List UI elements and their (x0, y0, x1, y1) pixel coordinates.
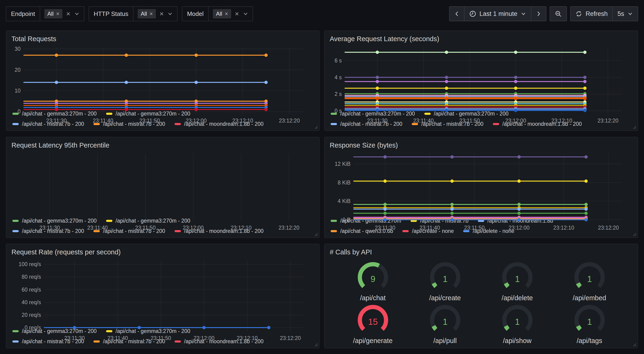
time-controls: Last 1 minute (449, 6, 638, 21)
filter-selected-chip[interactable]: All × (44, 9, 62, 19)
filter-value-area[interactable]: All × × (209, 9, 252, 19)
timeseries-chart[interactable]: 23:11:3023:11:4023:11:5023:12:0023:12:10… (330, 151, 632, 215)
chevron-down-icon (520, 11, 526, 17)
panel-resize-handle[interactable] (314, 232, 318, 236)
panel-resize-handle[interactable] (632, 125, 636, 129)
chevron-down-icon[interactable] (74, 11, 80, 17)
svg-text:23:11:50: 23:11:50 (464, 225, 485, 231)
svg-text:4 KiB: 4 KiB (338, 198, 350, 204)
svg-text:23:12:20: 23:12:20 (280, 335, 301, 341)
time-shift-back-button[interactable] (450, 7, 464, 21)
filter-clear-icon[interactable]: × (160, 10, 164, 17)
panel-title[interactable]: Total Requests (12, 35, 56, 43)
svg-text:23:12:00: 23:12:00 (505, 118, 526, 124)
filter-clear-icon[interactable]: × (235, 10, 239, 17)
gauge-label: /api/chat (360, 294, 386, 302)
panel-resize-handle[interactable] (314, 343, 318, 346)
svg-text:60 req/s: 60 req/s (22, 287, 41, 293)
svg-text:12 KiB: 12 KiB (334, 161, 350, 167)
gauge-label: /api/tags (577, 337, 602, 345)
panel-total-requests: Total Requests 23:11:3023:11:4023:11:502… (6, 30, 320, 131)
refresh-label: Refresh (586, 10, 608, 18)
svg-text:23:12:20: 23:12:20 (598, 225, 619, 231)
timeseries-chart[interactable]: 23:11:3023:11:4023:11:5023:12:0023:12:10… (12, 151, 314, 215)
timeseries-chart[interactable]: 23:11:3023:11:4023:11:5023:12:0023:12:10… (330, 45, 632, 108)
gauge-grid: 9/api/chat1/api/create1/api/delete1/api/… (330, 258, 632, 347)
gauge-label: /api/embed (573, 294, 606, 302)
timeseries-chart[interactable]: 23:11:3023:11:4023:11:5023:12:0023:12:10… (12, 258, 314, 326)
filter-clear-icon[interactable]: × (66, 10, 70, 17)
svg-text:23:12:10: 23:12:10 (231, 225, 252, 231)
svg-text:23:12:00: 23:12:00 (183, 225, 204, 231)
gauge: 9/api/chat (351, 259, 395, 302)
svg-text:6 s: 6 s (334, 58, 342, 64)
zoom-out-button[interactable] (550, 6, 567, 21)
filter-label: HTTP Status (89, 10, 133, 18)
svg-text:23:12:00: 23:12:00 (194, 335, 214, 341)
gauge-value: 15 (368, 317, 378, 327)
gauge-value: 1 (515, 274, 520, 284)
svg-text:0 req/s: 0 req/s (24, 324, 41, 331)
panel-title[interactable]: Response Size (bytes) (330, 141, 398, 149)
chevron-down-icon[interactable] (243, 11, 248, 17)
panel-resize-handle[interactable] (632, 232, 636, 236)
svg-text:23:11:30: 23:11:30 (367, 118, 388, 124)
panel-title[interactable]: # Calls by API (330, 248, 372, 256)
gauge-label: /api/delete (502, 294, 533, 302)
svg-text:0: 0 (18, 109, 20, 115)
filter-dropdown[interactable]: Model All × × (182, 6, 253, 21)
panel-title[interactable]: Request Rate (requests per second) (12, 248, 120, 256)
panel-request-latency-p95: Request Latency 95th Percentile 23:11:30… (6, 137, 320, 238)
chip-remove-icon[interactable]: × (150, 11, 153, 17)
chevron-left-icon (454, 11, 460, 17)
refresh-button[interactable]: Refresh (571, 7, 612, 21)
gauge-value: 1 (587, 317, 592, 327)
svg-text:100 req/s: 100 req/s (19, 261, 41, 267)
gauge-value: 9 (370, 274, 375, 284)
filter-value-area[interactable]: All × × (134, 9, 177, 19)
svg-text:23:11:50: 23:11:50 (139, 118, 160, 124)
panel-title[interactable]: Request Latency 95th Percentile (12, 141, 109, 149)
svg-text:23:12:00: 23:12:00 (186, 118, 207, 124)
panel-title[interactable]: Average Request Latency (seconds) (330, 35, 439, 43)
svg-text:8 KiB: 8 KiB (338, 180, 350, 186)
chevron-down-icon[interactable] (167, 11, 173, 17)
panel-resize-handle[interactable] (314, 125, 318, 129)
svg-text:23:11:30: 23:11:30 (375, 225, 395, 231)
svg-text:23:12:10: 23:12:10 (232, 118, 253, 124)
svg-text:23:12:20: 23:12:20 (598, 118, 618, 124)
gauge: 15/api/generate (351, 302, 395, 345)
filter-dropdown[interactable]: Endpoint All × × (6, 6, 84, 21)
svg-text:23:11:40: 23:11:40 (413, 118, 434, 124)
dashboard-toolbar: Endpoint All × × HTTP Status All × × (0, 0, 644, 24)
svg-text:0 B: 0 B (342, 217, 350, 223)
gauge-value: 1 (587, 274, 592, 284)
svg-text:23:12:20: 23:12:20 (279, 118, 300, 124)
chip-remove-icon[interactable]: × (56, 11, 59, 17)
filter-selected-chip[interactable]: All × (213, 9, 231, 19)
time-shift-forward-button[interactable] (531, 7, 546, 21)
refresh-icon (575, 10, 582, 17)
filter-selected-chip[interactable]: All × (138, 9, 156, 19)
panel-resize-handle[interactable] (632, 343, 636, 346)
panel-calls-by-api: # Calls by API 9/api/chat1/api/create1/a… (324, 244, 638, 348)
svg-text:23:12:00: 23:12:00 (509, 225, 530, 231)
panel-response-size: Response Size (bytes) 23:11:3023:11:4023… (324, 137, 638, 238)
gauge: 1/api/embed (567, 259, 612, 302)
filter-label: Model (182, 10, 208, 18)
filter-value-area[interactable]: All × × (40, 9, 84, 19)
gauge-label: /api/pull (434, 337, 457, 345)
svg-text:23:11:40: 23:11:40 (420, 225, 440, 231)
svg-text:20 req/s: 20 req/s (22, 312, 41, 318)
gauge: 1/api/delete (495, 259, 540, 302)
chip-remove-icon[interactable]: × (225, 11, 228, 17)
refresh-interval-picker[interactable]: 5s (612, 7, 638, 21)
svg-text:80 req/s: 80 req/s (22, 274, 41, 280)
svg-text:10: 10 (14, 88, 20, 94)
filter-dropdown[interactable]: HTTP Status All × × (88, 6, 178, 21)
time-range-picker[interactable]: Last 1 minute (464, 7, 531, 21)
gauge: 1/api/create (423, 259, 467, 302)
timeseries-chart[interactable]: 23:11:3023:11:4023:11:5023:12:0023:12:10… (12, 45, 314, 108)
panel-request-rate: Request Rate (requests per second) 23:11… (6, 244, 320, 348)
gauge-value: 1 (442, 317, 448, 327)
